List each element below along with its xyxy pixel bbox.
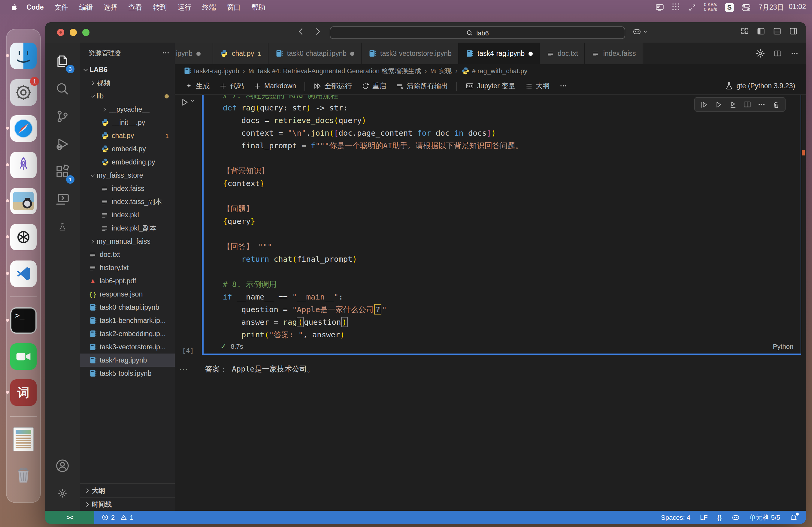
notebook-editor[interactable]: [4] # 7. 构建完整的 RAG 调用流程def rag(query: st… [175, 95, 806, 511]
code-line[interactable]: 【背景知识】 [223, 166, 798, 179]
dock-app-trash[interactable] [10, 463, 37, 489]
problems-indicator[interactable]: 2 1 [102, 514, 134, 521]
code-line[interactable]: if __name__ == "__main__": [223, 292, 798, 305]
tree-item[interactable]: history.txt [80, 261, 175, 274]
tree-item[interactable]: doc.txt [80, 248, 175, 261]
menu-item[interactable]: 编辑 [79, 3, 93, 11]
dock-app-safari[interactable] [10, 115, 37, 142]
toolbar-Markdown[interactable]: Markdown [249, 79, 300, 92]
tree-item[interactable]: task3-vectorstore.ip... [80, 340, 175, 353]
breadcrumb-item[interactable]: task4-rag.ipynb [183, 66, 239, 75]
dock-app-launcher[interactable] [10, 152, 37, 178]
menu-item[interactable]: 窗口 [227, 3, 241, 11]
tree-item[interactable]: task5-tools.ipynb [80, 367, 175, 380]
code-line[interactable]: context = "\n".join([doc.page_content fo… [223, 129, 798, 141]
remote-indicator[interactable]: >< [45, 511, 94, 524]
split-editor-icon[interactable] [773, 49, 782, 58]
sidebar-panel-时间线[interactable]: 时间线 [80, 497, 175, 511]
execute-above-icon[interactable] [698, 99, 710, 110]
dock-app-dictionary[interactable]: 词 [10, 380, 37, 406]
tree-item[interactable]: index.pkl_副本 [80, 222, 175, 235]
tab-doc.txt[interactable]: doc.txt [540, 43, 585, 64]
statusbar-item[interactable]: Spaces: 4 [661, 514, 691, 521]
tree-item[interactable]: my_manual_faiss [80, 235, 175, 248]
cell-language[interactable]: Python [773, 343, 794, 350]
apple-logo-icon[interactable] [11, 3, 18, 11]
manage-gear-icon[interactable] [756, 49, 765, 58]
code-line[interactable]: final_prompt = f"""你是一个聪明的AI助手。请根据以下背景知识… [223, 141, 798, 154]
tree-item[interactable]: __pycache__ [80, 103, 175, 116]
dock-app-finder[interactable] [10, 43, 37, 69]
activity-debug[interactable] [49, 130, 76, 158]
sidebar-panel-大纲[interactable]: 大纲 [80, 483, 175, 497]
run-cell-button[interactable] [180, 98, 195, 107]
code-line[interactable]: docs = retrieve_docs(query) [223, 116, 798, 129]
tree-item[interactable]: chat.py1 [80, 129, 175, 142]
surge-menu-icon[interactable]: S [725, 3, 734, 12]
activity-account[interactable] [49, 452, 76, 480]
code-line[interactable]: 【问题】 [223, 204, 798, 217]
code-editor[interactable]: # 7. 构建完整的 RAG 调用流程def rag(query: str) -… [223, 95, 798, 343]
statusbar-copilot[interactable] [731, 513, 740, 522]
activity-ext[interactable]: 1 [49, 158, 76, 185]
back-arrow-icon[interactable] [296, 27, 305, 36]
tree-item[interactable]: embed4.py [80, 142, 175, 155]
tree-item[interactable]: index.faiss_副本 [80, 195, 175, 208]
toggle-sidebar-icon[interactable] [757, 27, 765, 35]
code-line[interactable]: {context} [223, 179, 798, 192]
menu-item[interactable]: 文件 [55, 3, 69, 11]
tab-task4-rag.ipynb[interactable]: task4-rag.ipynb [459, 43, 540, 64]
dock-app-facetime[interactable] [10, 343, 37, 370]
activity-gear[interactable] [49, 480, 76, 507]
code-line[interactable] [223, 154, 798, 166]
tab-task3-vectorstore.ipynb[interactable]: task3-vectorstore.ipynb [362, 43, 459, 64]
menu-item[interactable]: 转到 [153, 3, 167, 11]
code-line[interactable] [223, 229, 798, 242]
menu-item[interactable]: 选择 [104, 3, 118, 11]
activity-beaker[interactable] [49, 213, 76, 241]
breadcrumb[interactable]: task4-rag.ipynb›M↓Task #4: Retrieval-Aug… [175, 64, 806, 77]
minimize-window-button[interactable] [70, 29, 77, 36]
activity-remote[interactable] [49, 185, 76, 213]
tree-item[interactable]: task1-benchmark.ip... [80, 314, 175, 327]
more-actions-icon[interactable] [791, 49, 799, 58]
breadcrumb-item[interactable]: # rag_with_chat.py [461, 66, 527, 75]
tab-task0-chatapi.ipynb[interactable]: task0-chatapi.ipynb [269, 43, 362, 64]
dock-app-terminal[interactable]: >_ [10, 307, 37, 333]
breadcrumb-item[interactable]: M↓Task #4: Retrieval-Augmented Generatio… [249, 66, 421, 75]
tree-item[interactable]: lib [80, 89, 175, 103]
toolbar-重启[interactable]: 重启 [357, 79, 390, 92]
dock-app-document[interactable] [10, 426, 37, 453]
code-line[interactable] [223, 267, 798, 280]
tree-item[interactable]: embedding.py [80, 155, 175, 169]
statusbar-item[interactable]: LF [700, 514, 708, 521]
activity-git[interactable] [49, 103, 76, 130]
tree-item[interactable]: __init__.py [80, 116, 175, 129]
menu-item[interactable]: 运行 [178, 3, 192, 11]
forward-arrow-icon[interactable] [314, 27, 322, 36]
menubar-clock[interactable]: 7月23日01:02 [758, 3, 806, 12]
tree-item[interactable]: { }response.json [80, 287, 175, 301]
toggle-panel-icon[interactable] [773, 27, 781, 35]
code-cell[interactable]: # 7. 构建完整的 RAG 调用流程def rag(query: str) -… [202, 95, 801, 355]
more-actions-icon[interactable] [756, 99, 768, 110]
toggle-secondary-sidebar-icon[interactable] [789, 27, 798, 35]
tree-item[interactable]: index.pkl [80, 208, 175, 222]
explorer-more-actions-icon[interactable] [162, 49, 170, 57]
copilot-menu[interactable] [633, 27, 648, 36]
dock-app-settings[interactable]: 1 [10, 79, 37, 106]
command-center-search[interactable]: lab6 [330, 26, 625, 39]
tab-chat.py[interactable]: chat.py1 [213, 43, 269, 64]
kernel-picker[interactable]: gte (Python 3.9.23) [725, 81, 800, 90]
toolbar-生成[interactable]: 生成 [181, 79, 214, 92]
delete-cell-icon[interactable] [770, 99, 782, 110]
statusbar-item[interactable]: 单元格 5/5 [749, 513, 780, 522]
notifications-bell[interactable] [790, 513, 798, 521]
toolbar-全部运行[interactable]: 全部运行 [309, 79, 356, 92]
activity-files[interactable]: 3 [49, 47, 76, 75]
tree-item[interactable]: task0-chatapi.ipynb [80, 301, 175, 314]
activity-search[interactable] [49, 75, 76, 103]
code-line[interactable]: question = "Apple是一家什么公司?" [223, 305, 798, 317]
tree-item[interactable]: task4-rag.ipynb [80, 353, 175, 367]
tree-item[interactable]: 视频 [80, 76, 175, 89]
